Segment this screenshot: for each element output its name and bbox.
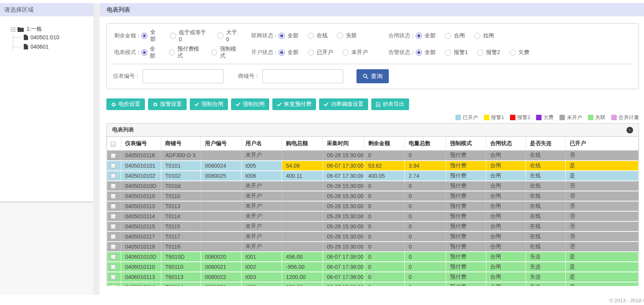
radio-option[interactable]: 低于或等于0 [170, 29, 208, 42]
radio-option[interactable]: 报警2 [477, 49, 500, 56]
toolbar-button[interactable]: 强制合闸 [190, 98, 228, 110]
radio-button-icon[interactable] [510, 49, 516, 56]
check-icon [277, 102, 282, 107]
legend-item: 合并计量 [611, 114, 639, 121]
radio-option[interactable]: 全部 [416, 49, 436, 56]
row-checkbox[interactable] [111, 254, 116, 259]
tree-root-label: 1:一栋 [26, 26, 42, 33]
column-header: 用户编号 [201, 137, 242, 151]
row-checkbox[interactable] [111, 194, 116, 199]
radio-option[interactable]: 强制模式 [212, 46, 240, 60]
row-checkbox[interactable] [111, 153, 116, 158]
query-button[interactable]: 查询 [356, 69, 389, 83]
radio-option[interactable]: 已开户 [308, 49, 333, 56]
cell: 预付费 [446, 221, 486, 231]
cell: 53.82 [364, 161, 405, 171]
radio-option[interactable]: 全部 [416, 32, 436, 39]
toolbar-button[interactable]: 恢复预付费 [272, 98, 316, 110]
cell: 0 [364, 201, 405, 211]
row-select-cell [107, 161, 121, 171]
radio-button-icon[interactable] [141, 49, 147, 56]
toolbar-button-label: 电价设置 [118, 101, 140, 108]
filter-group-label: 剩余金额： [112, 32, 141, 39]
radio-option[interactable]: 欠费 [510, 49, 529, 56]
row-checkbox[interactable] [111, 244, 116, 249]
radio-button-icon[interactable] [217, 33, 223, 39]
row-select-cell [107, 272, 121, 282]
row-select-cell [107, 262, 121, 272]
filter-group: 剩余金额：全部低于或等于0大于0 [112, 29, 249, 43]
filter-row: 电表模式：全部预付费模式强制模式开户状态：全部已开户未开户告警状态：全部报警1报… [112, 46, 632, 60]
file-icon [23, 35, 28, 40]
meter-no-input[interactable] [143, 69, 224, 83]
toolbar-button[interactable]: 功率阈值设置 [319, 98, 368, 110]
radio-button-icon[interactable] [308, 49, 314, 56]
radio-option[interactable]: 未开户 [342, 49, 368, 56]
radio-button-icon[interactable] [170, 33, 176, 39]
toolbar-button[interactable]: 报警设置 [148, 98, 187, 110]
row-checkbox[interactable] [111, 285, 116, 286]
row-checkbox[interactable] [111, 275, 116, 280]
tree-collapse-icon[interactable] [11, 27, 15, 32]
row-checkbox[interactable] [111, 234, 116, 239]
radio-option[interactable]: 全部 [279, 32, 298, 39]
row-checkbox[interactable] [111, 163, 116, 168]
row-checkbox[interactable] [111, 224, 116, 229]
row-checkbox[interactable] [111, 184, 116, 189]
radio-button-icon[interactable] [445, 33, 451, 39]
cell: 是 [566, 262, 639, 272]
toolbar-button[interactable]: 电价设置 [106, 98, 145, 110]
cell [201, 231, 242, 242]
radio-button-icon[interactable] [279, 49, 285, 56]
meter-no-label: 仪表编号： [113, 73, 140, 80]
query-button-label: 查询 [371, 73, 383, 80]
radio-button-icon[interactable] [141, 33, 147, 39]
radio-option[interactable]: 全部 [279, 49, 298, 56]
radio-option[interactable]: 在线 [308, 32, 328, 39]
sidebar-scrollbar[interactable] [94, 3, 99, 300]
cell: 合闸 [486, 161, 526, 171]
cell: 0080025 [201, 171, 242, 181]
radio-button-icon[interactable] [474, 33, 480, 39]
radio-button-icon[interactable] [169, 49, 175, 56]
radio-option-label: 大于0 [226, 29, 240, 42]
radio-option[interactable]: 拉闸 [474, 32, 494, 39]
toolbar-button[interactable]: 抄表导出 [371, 98, 409, 110]
toolbar-button[interactable]: 强制拉闸 [231, 98, 269, 110]
radio-button-icon[interactable] [342, 49, 349, 56]
radio-option-label: 低于或等于0 [179, 29, 208, 42]
radio-option[interactable]: 合闸 [445, 32, 465, 39]
radio-button-icon[interactable] [212, 49, 217, 56]
tree-child-node[interactable]: 040501:010 [13, 34, 94, 40]
row-checkbox[interactable] [111, 204, 116, 209]
radio-button-icon[interactable] [308, 33, 314, 39]
radio-option[interactable]: 报警1 [445, 49, 468, 56]
radio-button-icon[interactable] [445, 49, 451, 56]
select-all-checkbox[interactable] [111, 142, 116, 147]
radio-option[interactable]: 全部 [141, 29, 161, 43]
tree-root-node[interactable]: 1:一栋 [11, 26, 94, 33]
cell: 040601010D [121, 252, 161, 262]
radio-button-icon[interactable] [279, 33, 285, 39]
radio-option[interactable]: 全部 [141, 46, 160, 60]
collapse-up-icon[interactable]: ↑ [626, 127, 633, 133]
filter-group: 电表模式：全部预付费模式强制模式 [112, 46, 249, 60]
row-checkbox[interactable] [111, 174, 116, 179]
cell: 失连 [526, 272, 566, 282]
radio-option[interactable]: 大于0 [217, 29, 240, 42]
cell: 0 [364, 181, 405, 191]
shop-no-input[interactable] [262, 69, 343, 83]
radio-button-icon[interactable] [477, 49, 483, 56]
radio-button-icon[interactable] [416, 49, 422, 56]
cell: 54.09 [282, 161, 323, 171]
radio-option[interactable]: 预付费模式 [169, 46, 202, 60]
row-checkbox[interactable] [111, 265, 116, 270]
radio-option-label: 未开户 [351, 49, 368, 56]
radio-option[interactable]: 失联 [337, 32, 357, 39]
radio-button-icon[interactable] [416, 33, 422, 39]
tree-child-node[interactable]: 040601 [13, 44, 94, 50]
legend-item: 欠费 [536, 114, 554, 121]
row-checkbox[interactable] [111, 214, 116, 219]
filter-group-label: 联网状态： [249, 32, 279, 39]
radio-button-icon[interactable] [337, 33, 343, 39]
